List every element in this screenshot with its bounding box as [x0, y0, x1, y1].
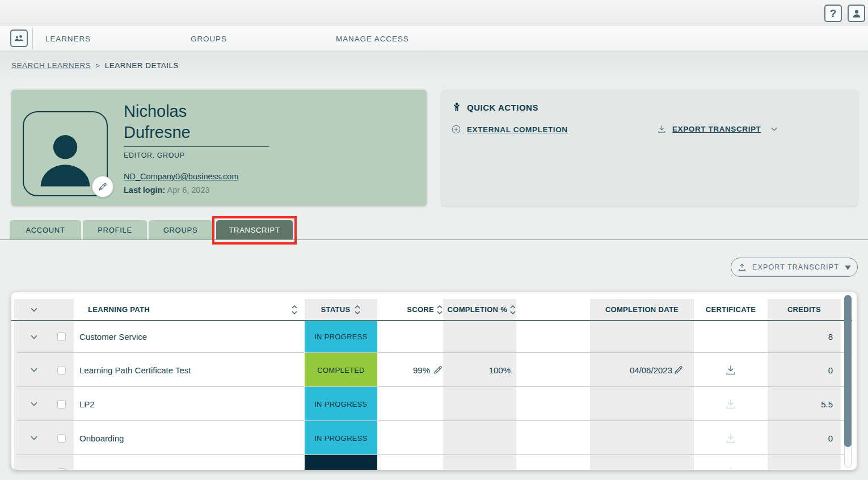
last-login-label: Last login:	[124, 186, 165, 195]
tab-profile[interactable]: PROFILE	[83, 220, 147, 240]
table-row	[11, 455, 852, 470]
certificate-download-disabled-icon	[724, 466, 737, 470]
tabs-underline	[0, 239, 868, 240]
nav-item-manage-access[interactable]: MANAGE ACCESS	[336, 26, 409, 51]
export-transcript-link[interactable]: EXPORT TRANSCRIPT	[657, 124, 778, 134]
credits-value: 8	[768, 321, 841, 352]
nav-item-learners[interactable]: LEARNERS	[45, 26, 91, 51]
certificate-download-icon[interactable]	[724, 364, 737, 376]
status-badge: IN PROGRESS	[305, 321, 377, 352]
export-transcript-quick-label: EXPORT TRANSCRIPT	[672, 125, 761, 133]
tab-transcript[interactable]: TRANSCRIPT	[216, 220, 293, 240]
learning-path-name: Customer Service	[79, 321, 301, 352]
learner-last-name: Dufresne	[124, 122, 191, 143]
breadcrumb-separator: >	[95, 61, 100, 70]
certificate-download-disabled-icon	[724, 432, 737, 444]
status-badge: IN PROGRESS	[305, 421, 377, 455]
people-icon	[13, 32, 25, 44]
nav-divider	[32, 28, 33, 49]
credits-header-label: CREDITS	[787, 305, 821, 314]
circle-plus-icon	[451, 124, 461, 134]
expand-row-button[interactable]	[28, 353, 40, 387]
breadcrumb-link-search-learners[interactable]: SEARCH LEARNERS	[11, 61, 91, 70]
certificate-header-label: CERTIFICATE	[706, 305, 756, 314]
learning-path-name: Learning Path Certificate Test	[79, 353, 301, 387]
edit-score-pencil-icon[interactable]	[433, 365, 443, 375]
status-badge: COMPLETED	[305, 353, 377, 387]
expand-row-button[interactable]	[28, 387, 40, 421]
help-button[interactable]: ?	[824, 5, 842, 22]
tab-account[interactable]: ACCOUNT	[10, 220, 81, 240]
completion-date-header-label: COMPLETION DATE	[605, 305, 679, 314]
credits-value: 0	[768, 353, 841, 387]
expand-all-button[interactable]	[28, 299, 40, 320]
column-header-score: SCORE	[377, 299, 443, 320]
status-header-label: STATUS	[321, 305, 351, 314]
person-silhouette-icon	[30, 125, 100, 195]
certificate-download-disabled-icon	[724, 398, 737, 410]
learning-path-header-label: LEARNING PATH	[88, 305, 150, 314]
learning-path-name: Onboarding	[79, 421, 301, 455]
status-badge: IN PROGRESS	[305, 387, 377, 421]
sort-completion-pct-icon[interactable]	[509, 304, 516, 315]
row-checkbox[interactable]	[57, 468, 66, 470]
learner-email-link[interactable]: ND_Company0@business.com	[124, 172, 239, 181]
learners-home-button[interactable]	[10, 30, 28, 47]
edit-date-pencil-icon[interactable]	[673, 365, 684, 375]
quick-actions-header: QUICK ACTIONS	[451, 102, 538, 113]
completion-pct-value: 100%	[443, 353, 516, 387]
expand-row-button[interactable]	[28, 421, 40, 455]
chevron-down-icon	[770, 125, 778, 133]
score-header-label: SCORE	[407, 305, 434, 314]
table-row: Onboarding IN PROGRESS 0	[11, 421, 852, 455]
row-checkbox[interactable]	[57, 400, 66, 409]
last-login: Last login: Apr 6, 2023	[124, 186, 210, 195]
breadcrumb-current: LEARNER DETAILS	[105, 61, 179, 70]
learner-first-name: Nicholas	[124, 101, 191, 122]
edit-avatar-button[interactable]	[92, 176, 113, 197]
caret-down-icon	[845, 265, 851, 270]
credits-value: 5.5	[768, 387, 841, 421]
sort-learning-path-icon[interactable]	[291, 304, 298, 315]
export-transcript-button-label: EXPORT TRANSCRIPT	[752, 263, 839, 271]
account-button[interactable]	[848, 5, 865, 22]
learning-path-name: LP2	[79, 387, 301, 421]
column-header-learning-path: LEARNING PATH	[74, 299, 305, 320]
breadcrumb: SEARCH LEARNERS > LEARNER DETAILS	[11, 61, 179, 70]
expand-row-button[interactable]	[28, 321, 40, 352]
upload-icon	[738, 263, 747, 272]
row-checkbox[interactable]	[57, 434, 66, 443]
column-header-completion-date: COMPLETION DATE	[590, 299, 694, 320]
row-checkbox[interactable]	[57, 332, 66, 341]
quick-actions-title: QUICK ACTIONS	[467, 103, 538, 112]
table-row: Customer Service IN PROGRESS 8	[11, 321, 852, 352]
question-mark-icon: ?	[830, 7, 837, 20]
top-bar: ?	[0, 0, 868, 26]
column-header-completion-pct: COMPLETION %	[443, 299, 516, 320]
external-completion-label: EXTERNAL COMPLETION	[467, 125, 568, 134]
nav-item-groups[interactable]: GROUPS	[191, 26, 227, 51]
external-completion-link[interactable]: EXTERNAL COMPLETION	[451, 124, 568, 134]
main-nav	[0, 26, 868, 51]
quick-actions-panel: QUICK ACTIONS EXTERNAL COMPLETION EXPORT…	[441, 90, 858, 206]
learner-role: EDITOR, GROUP	[124, 151, 185, 159]
status-badge	[305, 455, 377, 470]
credits-value: 0	[768, 421, 841, 455]
completion-date-value: 04/06/2023	[630, 365, 672, 375]
sort-score-icon[interactable]	[436, 304, 443, 315]
table-scrollbar-thumb[interactable]	[844, 295, 852, 447]
learner-card: Nicholas Dufresne EDITOR, GROUP ND_Compa…	[11, 90, 427, 206]
table-row: LP2 IN PROGRESS 5.5	[11, 387, 852, 421]
completion-pct-header-label: COMPLETION %	[448, 305, 507, 314]
table-row: Learning Path Certificate Test COMPLETED…	[11, 353, 852, 387]
export-transcript-button[interactable]: EXPORT TRANSCRIPT	[731, 258, 858, 277]
download-icon	[657, 124, 667, 134]
column-header-status: STATUS	[305, 299, 377, 320]
pencil-icon	[98, 182, 108, 192]
transcript-table: LEARNING PATH STATUS SCORE COMPLETION % …	[11, 292, 857, 470]
column-header-certificate: CERTIFICATE	[694, 299, 768, 320]
tab-groups[interactable]: GROUPS	[149, 220, 212, 240]
row-checkbox[interactable]	[57, 366, 66, 374]
score-value: 99%	[413, 365, 430, 375]
sort-status-icon[interactable]	[354, 304, 361, 315]
